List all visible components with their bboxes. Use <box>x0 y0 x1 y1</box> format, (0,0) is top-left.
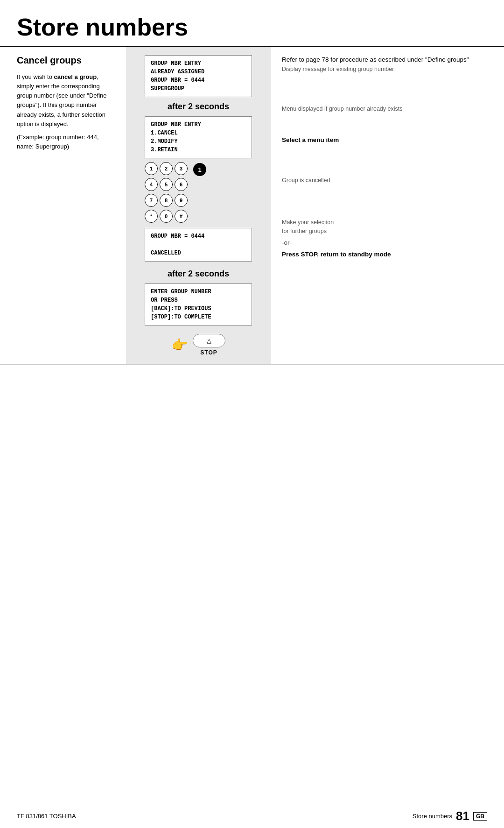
right-select-menu: Select a menu item <box>282 135 490 145</box>
display3-line2 <box>151 241 246 249</box>
key-5[interactable]: 5 <box>160 178 173 191</box>
keypad: 1 2 3 4 5 6 7 8 9 * 0 # <box>145 162 188 224</box>
bold-cancel-group: cancel a group <box>54 73 97 80</box>
display1-line3: GROUP NBR = 0444 <box>151 76 246 85</box>
center-column: GROUP NBR ENTRY ALREADY ASSIGNED GROUP N… <box>126 47 271 364</box>
display1-line2: ALREADY ASSIGNED <box>151 68 246 76</box>
stop-symbol-icon: △ <box>207 337 211 344</box>
keypad-row-3: 7 8 9 <box>145 194 188 207</box>
keypad-row-2: 4 5 6 <box>145 178 188 191</box>
keypad-row-4: * 0 # <box>145 210 188 223</box>
right-menu-note: Menu displayed if group number already e… <box>282 105 490 113</box>
left-column: Cancel groups If you wish to cancel a gr… <box>0 47 126 364</box>
section-example: (Example: group number: 444, name: Super… <box>17 133 117 151</box>
footer-page-number: 81 <box>456 809 469 823</box>
section-heading: Cancel groups <box>17 55 117 66</box>
stop-button-col: △ STOP <box>193 334 225 356</box>
footer: TF 831/861 TOSHIBA Store numbers 81 GB <box>0 804 504 828</box>
right-block-1: Refer to page 78 for procedure as descri… <box>282 55 490 74</box>
stop-button[interactable]: △ <box>193 334 225 347</box>
key-8[interactable]: 8 <box>160 194 173 207</box>
display3-line3: CANCELLED <box>151 249 246 257</box>
right-refer-text: Refer to page 78 for procedure as descri… <box>282 55 490 65</box>
key-3[interactable]: 3 <box>175 162 188 175</box>
key-0[interactable]: 0 <box>160 210 173 223</box>
display-box-3: GROUP NBR = 0444 CANCELLED <box>145 228 252 262</box>
right-block-5: Make your selectionfor further groups -o… <box>282 218 490 260</box>
stop-label: STOP <box>200 349 217 356</box>
page-title: Store numbers <box>0 0 504 47</box>
keypad-section: 1 2 3 4 5 6 7 8 9 * 0 # <box>145 162 252 224</box>
right-make-selection: Make your selectionfor further groups <box>282 218 490 236</box>
after-seconds-1: after 2 seconds <box>133 97 264 116</box>
display1-line1: GROUP NBR ENTRY <box>151 59 246 68</box>
display4-line1: ENTER GROUP NUMBER <box>151 288 246 296</box>
main-content: Cancel groups If you wish to cancel a gr… <box>0 47 504 365</box>
spacer-1 <box>282 81 490 105</box>
right-block-3: Select a menu item <box>282 135 490 145</box>
display4-line3: [BACK]:TO PREVIOUS <box>151 304 246 313</box>
key-4[interactable]: 4 <box>145 178 158 191</box>
key-6[interactable]: 6 <box>175 178 188 191</box>
display2-line2: 1.CANCEL <box>151 129 246 137</box>
keypad-row-1: 1 2 3 <box>145 162 188 175</box>
selected-number-circle: 1 <box>193 163 206 176</box>
display2-line3: 2.MODIFY <box>151 137 246 146</box>
key-7[interactable]: 7 <box>145 194 158 207</box>
spacer-3 <box>282 153 490 176</box>
display3-line1: GROUP NBR = 0444 <box>151 232 246 241</box>
display2-line1: GROUP NBR ENTRY <box>151 120 246 129</box>
footer-right: Store numbers 81 GB <box>413 809 487 823</box>
right-block-2: Menu displayed if group number already e… <box>282 105 490 113</box>
key-9[interactable]: 9 <box>175 194 188 207</box>
key-hash[interactable]: # <box>175 210 188 223</box>
display4-line2: OR PRESS <box>151 296 246 304</box>
display4-line4: [STOP]:TO COMPLETE <box>151 313 246 321</box>
footer-section-label: Store numbers <box>413 813 452 820</box>
footer-country-badge: GB <box>473 812 487 821</box>
display-box-4: ENTER GROUP NUMBER OR PRESS [BACK]:TO PR… <box>145 283 252 326</box>
right-column: Refer to page 78 for procedure as descri… <box>271 47 504 364</box>
hand-pointing-icon: 👉 <box>172 337 188 353</box>
display2-line4: 3.RETAIN <box>151 146 246 154</box>
footer-left-text: TF 831/861 TOSHIBA <box>17 813 76 820</box>
after-seconds-2: after 2 seconds <box>133 264 264 283</box>
stop-section: 👉 △ STOP <box>145 334 252 356</box>
right-display-note: Display message for existing group numbe… <box>282 65 490 74</box>
right-or-text: -or- <box>282 238 490 248</box>
display-box-2: GROUP NBR ENTRY 1.CANCEL 2.MODIFY 3.RETA… <box>145 116 252 158</box>
spacer-4 <box>282 192 490 218</box>
spacer-2 <box>282 121 490 135</box>
right-block-4: Group is cancelled <box>282 176 490 185</box>
key-star[interactable]: * <box>145 210 158 223</box>
key-2[interactable]: 2 <box>160 162 173 175</box>
section-description: If you wish to cancel a group, simply en… <box>17 72 117 129</box>
page-link[interactable]: page 78 <box>306 56 329 63</box>
display1-line4: SUPERGROUP <box>151 85 246 93</box>
key-1[interactable]: 1 <box>145 162 158 175</box>
display-box-1: GROUP NBR ENTRY ALREADY ASSIGNED GROUP N… <box>145 55 252 97</box>
right-press-stop: Press STOP, return to standby mode <box>282 250 490 260</box>
right-group-cancelled: Group is cancelled <box>282 176 490 185</box>
